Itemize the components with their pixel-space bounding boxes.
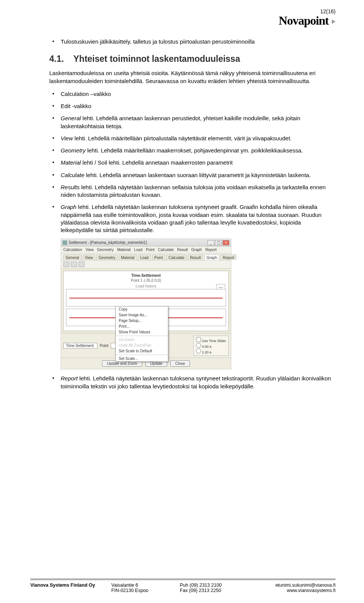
tab-report[interactable]: Report: [220, 254, 236, 260]
page-content: Tulostuskuvien jälkikäsittely, talletus …: [0, 0, 364, 390]
logo-arrow-icon: [332, 19, 336, 24]
list-item-rest: lehti. Lehdellä näytetään laskennan tulo…: [61, 375, 331, 389]
load-history-label: Load history: [66, 284, 226, 288]
list-item: Calculation –valikko: [61, 90, 334, 98]
embedded-screenshot: Settlement - [Painuma_käyttöohje_esimerk…: [61, 239, 231, 369]
context-menu-item[interactable]: Save Image As...: [116, 312, 168, 318]
list-item: Report lehti. Lehdellä näytetään laskenn…: [61, 375, 334, 390]
context-menu-item[interactable]: Page Setup...: [116, 318, 168, 323]
context-menu-item[interactable]: Print...: [116, 323, 168, 329]
section-title: Yhteiset toiminnot laskentamoduuleissa: [74, 54, 240, 64]
plot-area: — Load history CopySave Image As...Page …: [66, 284, 226, 326]
tab-geometry[interactable]: Geometry: [96, 254, 118, 260]
context-menu-item: Undo All Zoom/Pan: [116, 342, 168, 348]
context-menu-item[interactable]: Show Point Values: [116, 329, 168, 335]
menu-item[interactable]: Graph: [191, 248, 202, 252]
menu-item[interactable]: View: [85, 248, 94, 252]
context-menu-item[interactable]: Set Scale...: [116, 356, 168, 361]
menu-item[interactable]: Report: [205, 248, 217, 252]
tab-view[interactable]: View: [83, 254, 96, 260]
tab-bar: GeneralViewGeometryMaterialLoadPointCalc…: [61, 253, 231, 260]
footer-email: etunimi.sukunimi@vianova.fi: [254, 583, 336, 588]
toolbar-copy-icon[interactable]: [71, 262, 77, 267]
menu-item[interactable]: Material: [117, 248, 131, 252]
list-item-rest: lehti. Lehdellä määritellään piirtoalust…: [73, 135, 292, 141]
footer-web: www.vianovasystems.fi: [254, 588, 336, 593]
toolbar-save-icon[interactable]: [63, 262, 69, 267]
menu-item[interactable]: Point: [146, 248, 155, 252]
pre-heading-list: Tulostuskuvien jälkikäsittely, talletus …: [49, 38, 334, 46]
list-item-rest: lehti. Lehdellä määritellään maakerrokse…: [86, 147, 303, 154]
close-button[interactable]: ×: [223, 240, 229, 245]
list-item: View lehti. Lehdellä määritellään piirto…: [61, 135, 334, 142]
tab-calculate[interactable]: Calculate: [166, 254, 187, 260]
menu-item[interactable]: Geometry: [97, 248, 114, 252]
list-item-em: Results: [61, 184, 80, 190]
list-item-em: Geometry: [61, 147, 86, 154]
list-item-em: Calculate: [61, 172, 85, 178]
context-menu-item[interactable]: Set Scale to Default: [116, 348, 168, 354]
footer-addr1: Vaisalantie 6: [111, 583, 180, 588]
tab-load[interactable]: Load: [138, 254, 151, 260]
window-buttons: _ ▢ ×: [207, 240, 229, 245]
list-item: Graph lehti. Lehdellä näytetään laskenna…: [61, 203, 334, 234]
app-icon: [63, 240, 67, 245]
section-number: 4.1.: [49, 54, 64, 64]
main-bullet-list: Calculation –valikkoEdit -valikkoGeneral…: [49, 90, 334, 234]
footer-address: Vaisalantie 6 FIN-02130 Espoo: [111, 583, 180, 593]
tab-point[interactable]: Point: [152, 254, 165, 260]
list-item: Calculate lehti. Lehdellä annetaan laske…: [61, 171, 334, 179]
footer-addr2: FIN-02130 Espoo: [111, 588, 180, 593]
list-item-em: Report: [61, 375, 78, 382]
list-item-em: General: [61, 115, 81, 121]
footer-links: etunimi.sukunimi@vianova.fi www.vianovas…: [254, 583, 336, 593]
window-titlebar: Settlement - [Painuma_käyttöohje_esimerk…: [61, 239, 231, 247]
footer-phone1: Puh (09) 2313 2100: [180, 583, 254, 588]
list-item: Results lehti. Lehdellä näytetään lasken…: [61, 184, 334, 199]
list-item-em: Graph: [61, 204, 77, 210]
tab-graph[interactable]: Graph: [204, 254, 220, 260]
logo: Novapoint: [279, 14, 336, 28]
graph-type-combo[interactable]: Time-Settlement: [63, 343, 97, 349]
point-label: Point: [100, 344, 108, 348]
time-radio-2[interactable]: [196, 349, 201, 353]
after-image-list: Report lehti. Lehdellä näytetään laskenn…: [49, 375, 334, 390]
list-item: Material lehti / Soil lehti. Lehdellä an…: [61, 159, 334, 166]
logo-text: Novapoint: [279, 14, 328, 27]
plot-subtitle: Point 1 (-35,0 0,0): [66, 278, 226, 283]
menu-item[interactable]: Calculate: [158, 248, 174, 252]
toolbar: [61, 260, 231, 269]
chart-upper[interactable]: [66, 289, 226, 306]
menu-item[interactable]: Load: [134, 248, 142, 252]
list-item: Geometry lehti. Lehdellä määritellään ma…: [61, 147, 334, 154]
minimize-button[interactable]: _: [207, 240, 214, 245]
time-value-1: 0.00 a: [202, 345, 211, 349]
toolbar-export-icon[interactable]: [78, 262, 85, 267]
footer-company: Vianova Systems Finland Oy: [30, 583, 111, 593]
list-item-em: View: [61, 135, 73, 141]
time-slider-label: Use Time Slider: [202, 339, 226, 343]
plot-title: Time-Settlement: [66, 273, 226, 278]
tab-material[interactable]: Material: [119, 254, 137, 260]
list-item-rest: lehti. Lehdellä annetaan laskennan perus…: [61, 115, 300, 129]
time-slider-checkbox[interactable]: [196, 337, 201, 342]
menu-item[interactable]: Calculation: [63, 248, 82, 252]
tab-result[interactable]: Result: [188, 254, 203, 260]
time-value-2: 1.20 a: [202, 350, 211, 354]
list-item: Tulostuskuvien jälkikäsittely, talletus …: [61, 38, 334, 46]
close-button[interactable]: Close: [170, 360, 190, 367]
list-item-rest: lehti. Lehdellä annetaan laskentaan suor…: [85, 172, 311, 178]
list-item: General lehti. Lehdellä annetaan laskenn…: [61, 115, 334, 130]
maximize-button[interactable]: ▢: [215, 240, 222, 245]
menu-item[interactable]: Result: [177, 248, 188, 252]
footer-phone: Puh (09) 2313 2100 Fax (09) 2313 2250: [180, 583, 254, 593]
section-heading: 4.1. Yhteiset toiminnot laskentamoduulei…: [49, 54, 334, 64]
time-radio-1[interactable]: [196, 343, 201, 348]
page-footer: Vianova Systems Finland Oy Vaisalantie 6…: [30, 578, 336, 593]
context-menu: CopySave Image As...Page Setup...Print..…: [115, 306, 168, 362]
tab-general[interactable]: General: [63, 254, 82, 260]
context-menu-item[interactable]: Copy: [116, 306, 168, 312]
footer-phone2: Fax (09) 2313 2250: [180, 588, 254, 593]
list-item-em: Material: [61, 159, 81, 166]
list-item-rest: lehti. Lehdellä näytetään laskennan tulo…: [61, 204, 322, 233]
